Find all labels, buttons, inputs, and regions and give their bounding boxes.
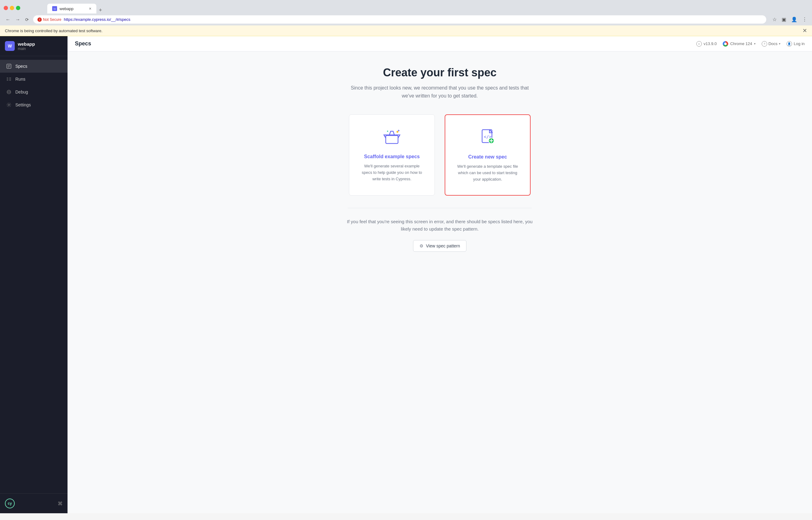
sidebar-specs-label: Specs (15, 64, 27, 69)
sidebar-item-runs[interactable]: Runs (0, 73, 68, 85)
app-name: webapp (18, 42, 35, 47)
page-title: Specs (75, 41, 91, 47)
new-tab-button[interactable]: + (96, 7, 105, 14)
version-badge[interactable]: v v13.9.0 (696, 41, 717, 47)
chrome-chevron-icon: ▾ (754, 42, 756, 45)
url-bar[interactable]: ! Not Secure https://example.cypress.io/… (33, 15, 766, 24)
version-label: v13.9.0 (704, 42, 717, 46)
user-icon: 👤 (787, 41, 792, 47)
svg-rect-17 (386, 135, 398, 144)
browser-chrome: cy webapp × + ← → ⟳ ! Not Secure https:/… (0, 0, 812, 36)
svg-point-16 (8, 104, 10, 106)
version-icon: v (696, 41, 702, 47)
scaffold-card-desc: We'll generate several example specs to … (359, 163, 425, 182)
sidebar-settings-label: Settings (15, 102, 31, 107)
chrome-badge[interactable]: Chrome 124 ▾ (723, 41, 756, 47)
chrome-label: Chrome 124 (730, 42, 752, 46)
runs-icon (6, 76, 12, 82)
tab-bar: cy webapp × + (23, 4, 129, 14)
app: W webapp main Specs (0, 36, 812, 513)
back-button[interactable]: ← (4, 16, 12, 24)
sidebar-footer: cy ⌘ (0, 493, 68, 513)
docs-icon: ? (762, 41, 767, 47)
scaffold-icon (382, 127, 402, 148)
divider (348, 208, 532, 208)
docs-label: Docs (768, 42, 778, 46)
keyboard-shortcut-icon[interactable]: ⌘ (58, 501, 63, 506)
sidebar-nav: Specs Runs (0, 56, 68, 493)
sidebar-header: W webapp main (0, 36, 68, 56)
reload-button[interactable]: ⟳ (23, 16, 31, 23)
traffic-lights (4, 6, 20, 10)
specs-icon (6, 63, 12, 69)
page-body: Create your first spec Since this projec… (68, 52, 812, 513)
toolbar-icons: ☆ ▣ 👤 ⋮ (771, 15, 808, 24)
url-display: https://example.cypress.io/__/#/specs (64, 17, 130, 22)
automation-bar-text: Chrome is being controlled by automated … (5, 28, 102, 33)
nav-buttons: ← → ⟳ (4, 16, 31, 24)
app-branch: main (18, 47, 35, 51)
main-header: Specs v v13.9.0 Chrome 124 ▾ ? Docs ▾ � (68, 36, 812, 52)
not-secure-indicator: ! Not Secure (38, 18, 61, 22)
app-info: webapp main (18, 42, 35, 51)
more-options-icon[interactable]: ⋮ (801, 15, 808, 24)
main-content: Specs v v13.9.0 Chrome 124 ▾ ? Docs ▾ � (68, 36, 812, 513)
close-automation-button[interactable]: ✕ (803, 27, 807, 34)
profile-icon[interactable]: 👤 (790, 15, 798, 24)
maximize-window-button[interactable] (16, 6, 20, 10)
create-new-spec-card[interactable]: </> Create new spec We'll generate a tem… (445, 114, 531, 195)
chrome-icon (723, 41, 728, 47)
not-secure-icon: ! (38, 18, 42, 22)
error-message: If you feel that you're seeing this scre… (342, 218, 538, 233)
docs-link[interactable]: ? Docs ▾ (762, 41, 780, 47)
extension-icon[interactable]: ▣ (780, 15, 787, 24)
tab-favicon: cy (52, 6, 57, 11)
login-button[interactable]: 👤 Log in (787, 41, 805, 47)
sidebar-item-debug[interactable]: Debug (0, 85, 68, 98)
hero-title: Create your first spec (383, 66, 496, 79)
scaffold-card-title: Scaffold example specs (364, 154, 419, 159)
create-new-card-title: Create new spec (468, 154, 507, 160)
tab-title: webapp (59, 6, 74, 11)
svg-point-19 (387, 131, 388, 132)
sidebar-item-specs[interactable]: Specs (0, 60, 68, 73)
create-new-icon: </> (478, 127, 497, 148)
sidebar-runs-label: Runs (15, 77, 25, 82)
svg-point-13 (8, 92, 10, 93)
minimize-window-button[interactable] (10, 6, 14, 10)
debug-icon (6, 89, 12, 95)
create-new-card-desc: We'll generate a template spec file whic… (455, 163, 520, 182)
sidebar-item-settings[interactable]: Settings (0, 98, 68, 111)
docs-chevron-icon: ▾ (779, 42, 780, 45)
header-right: v v13.9.0 Chrome 124 ▾ ? Docs ▾ 👤 Log in (696, 41, 805, 47)
tab-close-button[interactable]: × (89, 6, 92, 11)
svg-point-18 (396, 131, 398, 133)
gear-icon: ⚙ (419, 243, 423, 248)
bookmark-icon[interactable]: ☆ (771, 15, 778, 24)
scaffold-card[interactable]: Scaffold example specs We'll generate se… (349, 114, 435, 195)
view-spec-pattern-label: View spec pattern (426, 243, 460, 248)
browser-tab[interactable]: cy webapp × (47, 4, 96, 14)
forward-button[interactable]: → (14, 16, 22, 24)
login-label: Log in (794, 42, 805, 46)
view-spec-pattern-button[interactable]: ⚙ View spec pattern (413, 240, 466, 252)
app-icon: W (5, 41, 15, 51)
not-secure-label: Not Secure (43, 18, 61, 22)
cards-row: Scaffold example specs We'll generate se… (349, 114, 531, 195)
sidebar: W webapp main Specs (0, 36, 68, 513)
svg-text:cy: cy (54, 8, 56, 10)
close-window-button[interactable] (4, 6, 8, 10)
sidebar-debug-label: Debug (15, 89, 28, 95)
hero-subtitle: Since this project looks new, we recomme… (348, 84, 532, 100)
address-bar: ← → ⟳ ! Not Secure https://example.cypre… (0, 14, 812, 25)
cypress-logo: cy (5, 498, 15, 508)
settings-icon (6, 102, 12, 108)
title-bar: cy webapp × + (0, 0, 812, 14)
automation-bar: Chrome is being controlled by automated … (0, 25, 812, 36)
